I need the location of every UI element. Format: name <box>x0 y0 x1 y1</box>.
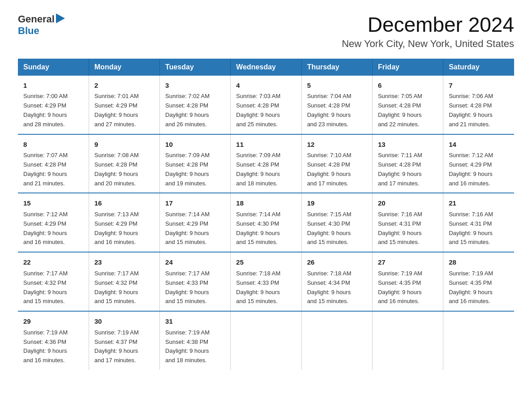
col-wednesday: Wednesday <box>231 59 301 76</box>
calendar-cell-w1-d3: 3 Sunrise: 7:02 AMSunset: 4:28 PMDayligh… <box>160 76 231 134</box>
day-info: Sunrise: 7:14 AMSunset: 4:29 PMDaylight:… <box>165 211 210 246</box>
day-info: Sunrise: 7:12 AMSunset: 4:29 PMDaylight:… <box>449 152 493 187</box>
day-info: Sunrise: 7:16 AMSunset: 4:31 PMDaylight:… <box>449 211 493 246</box>
day-info: Sunrise: 7:13 AMSunset: 4:29 PMDaylight:… <box>94 211 139 246</box>
day-number: 22 <box>23 257 83 267</box>
calendar-cell-w1-d1: 1 Sunrise: 7:00 AMSunset: 4:29 PMDayligh… <box>18 76 89 134</box>
day-info: Sunrise: 7:04 AMSunset: 4:28 PMDaylight:… <box>307 93 352 128</box>
day-info: Sunrise: 7:00 AMSunset: 4:29 PMDaylight:… <box>23 93 68 128</box>
calendar-cell-w4-d5: 26 Sunrise: 7:18 AMSunset: 4:34 PMDaylig… <box>301 252 372 311</box>
calendar-cell-w3-d7: 21 Sunrise: 7:16 AMSunset: 4:31 PMDaylig… <box>443 193 514 252</box>
calendar-cell-w5-d7 <box>443 311 514 370</box>
day-number: 10 <box>165 139 225 150</box>
day-number: 27 <box>378 257 438 267</box>
day-info: Sunrise: 7:18 AMSunset: 4:34 PMDaylight:… <box>307 270 352 305</box>
col-friday: Friday <box>372 59 443 76</box>
page-header: General Blue December 2024 New York City… <box>18 13 514 50</box>
day-number: 13 <box>378 139 438 150</box>
day-number: 28 <box>449 257 509 267</box>
day-number: 31 <box>165 316 225 326</box>
day-number: 16 <box>94 198 154 208</box>
col-thursday: Thursday <box>301 59 372 76</box>
calendar-cell-w1-d2: 2 Sunrise: 7:01 AMSunset: 4:29 PMDayligh… <box>89 76 159 134</box>
logo-blue-text: Blue <box>18 25 39 36</box>
day-info: Sunrise: 7:16 AMSunset: 4:31 PMDaylight:… <box>378 211 422 246</box>
day-number: 21 <box>449 198 509 208</box>
day-number: 4 <box>236 80 296 90</box>
calendar-cell-w2-d3: 10 Sunrise: 7:09 AMSunset: 4:28 PMDaylig… <box>160 134 231 193</box>
day-number: 25 <box>236 257 296 267</box>
calendar-cell-w4-d7: 28 Sunrise: 7:19 AMSunset: 4:35 PMDaylig… <box>443 252 514 311</box>
calendar-week-3: 15 Sunrise: 7:12 AMSunset: 4:29 PMDaylig… <box>18 193 514 252</box>
calendar-cell-w1-d4: 4 Sunrise: 7:03 AMSunset: 4:28 PMDayligh… <box>231 76 301 134</box>
calendar-cell-w3-d3: 17 Sunrise: 7:14 AMSunset: 4:29 PMDaylig… <box>160 193 231 252</box>
calendar-week-1: 1 Sunrise: 7:00 AMSunset: 4:29 PMDayligh… <box>18 76 514 134</box>
col-sunday: Sunday <box>18 59 89 76</box>
day-info: Sunrise: 7:17 AMSunset: 4:32 PMDaylight:… <box>23 270 68 305</box>
calendar-cell-w2-d1: 8 Sunrise: 7:07 AMSunset: 4:28 PMDayligh… <box>18 134 89 193</box>
calendar-cell-w2-d6: 13 Sunrise: 7:11 AMSunset: 4:28 PMDaylig… <box>372 134 443 193</box>
calendar-cell-w3-d2: 16 Sunrise: 7:13 AMSunset: 4:29 PMDaylig… <box>89 193 159 252</box>
day-number: 23 <box>94 257 154 267</box>
day-number: 1 <box>23 80 83 90</box>
calendar-cell-w3-d6: 20 Sunrise: 7:16 AMSunset: 4:31 PMDaylig… <box>372 193 443 252</box>
title-area: December 2024 New York City, New York, U… <box>342 13 514 50</box>
day-number: 30 <box>94 316 154 326</box>
day-info: Sunrise: 7:03 AMSunset: 4:28 PMDaylight:… <box>236 93 280 128</box>
day-info: Sunrise: 7:19 AMSunset: 4:35 PMDaylight:… <box>449 270 493 305</box>
calendar-week-5: 29 Sunrise: 7:19 AMSunset: 4:36 PMDaylig… <box>18 311 514 370</box>
calendar-cell-w1-d6: 6 Sunrise: 7:05 AMSunset: 4:28 PMDayligh… <box>372 76 443 134</box>
day-info: Sunrise: 7:17 AMSunset: 4:33 PMDaylight:… <box>165 270 210 305</box>
day-info: Sunrise: 7:09 AMSunset: 4:28 PMDaylight:… <box>165 152 210 187</box>
calendar-table: Sunday Monday Tuesday Wednesday Thursday… <box>18 59 514 370</box>
day-number: 29 <box>23 316 83 326</box>
col-monday: Monday <box>89 59 159 76</box>
day-number: 6 <box>378 80 438 90</box>
calendar-cell-w4-d3: 24 Sunrise: 7:17 AMSunset: 4:33 PMDaylig… <box>160 252 231 311</box>
calendar-cell-w5-d5 <box>301 311 372 370</box>
day-info: Sunrise: 7:19 AMSunset: 4:36 PMDaylight:… <box>23 329 68 364</box>
day-number: 19 <box>307 198 367 208</box>
day-info: Sunrise: 7:01 AMSunset: 4:29 PMDaylight:… <box>94 93 139 128</box>
calendar-cell-w4-d6: 27 Sunrise: 7:19 AMSunset: 4:35 PMDaylig… <box>372 252 443 311</box>
calendar-cell-w3-d4: 18 Sunrise: 7:14 AMSunset: 4:30 PMDaylig… <box>231 193 301 252</box>
day-number: 9 <box>94 139 154 150</box>
day-number: 5 <box>307 80 367 90</box>
svg-marker-0 <box>56 13 65 23</box>
day-number: 8 <box>23 139 83 150</box>
day-number: 12 <box>307 139 367 150</box>
day-number: 15 <box>23 198 83 208</box>
day-number: 24 <box>165 257 225 267</box>
calendar-cell-w1-d5: 5 Sunrise: 7:04 AMSunset: 4:28 PMDayligh… <box>301 76 372 134</box>
day-info: Sunrise: 7:17 AMSunset: 4:32 PMDaylight:… <box>94 270 139 305</box>
col-saturday: Saturday <box>443 59 514 76</box>
calendar-cell-w5-d6 <box>372 311 443 370</box>
day-info: Sunrise: 7:12 AMSunset: 4:29 PMDaylight:… <box>23 211 68 246</box>
day-number: 20 <box>378 198 438 208</box>
day-info: Sunrise: 7:19 AMSunset: 4:37 PMDaylight:… <box>94 329 139 364</box>
day-info: Sunrise: 7:10 AMSunset: 4:28 PMDaylight:… <box>307 152 352 187</box>
calendar-cell-w5-d1: 29 Sunrise: 7:19 AMSunset: 4:36 PMDaylig… <box>18 311 89 370</box>
day-info: Sunrise: 7:18 AMSunset: 4:33 PMDaylight:… <box>236 270 280 305</box>
calendar-cell-w1-d7: 7 Sunrise: 7:06 AMSunset: 4:28 PMDayligh… <box>443 76 514 134</box>
calendar-cell-w5-d4 <box>231 311 301 370</box>
day-info: Sunrise: 7:07 AMSunset: 4:28 PMDaylight:… <box>23 152 68 187</box>
day-number: 17 <box>165 198 225 208</box>
calendar-header-row: Sunday Monday Tuesday Wednesday Thursday… <box>18 59 514 76</box>
calendar-cell-w5-d2: 30 Sunrise: 7:19 AMSunset: 4:37 PMDaylig… <box>89 311 159 370</box>
day-number: 18 <box>236 198 296 208</box>
calendar-cell-w2-d7: 14 Sunrise: 7:12 AMSunset: 4:29 PMDaylig… <box>443 134 514 193</box>
day-info: Sunrise: 7:05 AMSunset: 4:28 PMDaylight:… <box>378 93 422 128</box>
day-number: 2 <box>94 80 154 90</box>
calendar-cell-w2-d2: 9 Sunrise: 7:08 AMSunset: 4:28 PMDayligh… <box>89 134 159 193</box>
calendar-week-4: 22 Sunrise: 7:17 AMSunset: 4:32 PMDaylig… <box>18 252 514 311</box>
day-info: Sunrise: 7:02 AMSunset: 4:28 PMDaylight:… <box>165 93 210 128</box>
day-number: 26 <box>307 257 367 267</box>
logo-arrow-icon <box>56 13 65 25</box>
day-info: Sunrise: 7:19 AMSunset: 4:38 PMDaylight:… <box>165 329 210 364</box>
calendar-subtitle: New York City, New York, United States <box>342 38 514 50</box>
calendar-cell-w2-d4: 11 Sunrise: 7:09 AMSunset: 4:28 PMDaylig… <box>231 134 301 193</box>
day-info: Sunrise: 7:14 AMSunset: 4:30 PMDaylight:… <box>236 211 280 246</box>
calendar-cell-w4-d1: 22 Sunrise: 7:17 AMSunset: 4:32 PMDaylig… <box>18 252 89 311</box>
calendar-cell-w4-d2: 23 Sunrise: 7:17 AMSunset: 4:32 PMDaylig… <box>89 252 159 311</box>
